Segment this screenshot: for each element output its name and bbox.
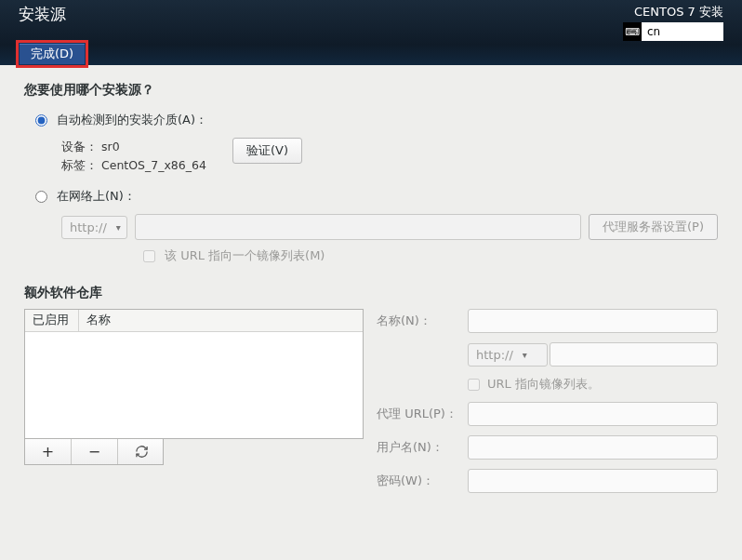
refresh-icon [135, 445, 149, 459]
repo-toolbar: + − [24, 439, 164, 465]
col-name[interactable]: 名称 [79, 310, 118, 331]
repo-list-wrap: 已启用 名称 + − [24, 309, 364, 465]
tag-value: CentOS_7_x86_64 [101, 158, 206, 172]
installer-title: CENTOS 7 安装 [634, 4, 723, 20]
content: 您要使用哪个安装源？ 自动检测到的安装介质(A)： 设备： sr0 标签： Ce… [0, 65, 742, 493]
repo-list[interactable]: 已启用 名称 [24, 309, 364, 439]
repo-name-input[interactable] [468, 309, 718, 333]
keyboard-layout-label: cn [647, 25, 660, 38]
verify-button[interactable]: 验证(V) [232, 138, 302, 164]
network-source-row: http:// ▾ 代理服务器设置(P) [61, 214, 718, 240]
top-bar: 安装源 CENTOS 7 安装 ⌨ cn [0, 0, 742, 45]
radio-auto-detect-label: 自动检测到的安装介质(A)： [57, 112, 207, 128]
repo-form: 名称(N)： http:// ▾ URL 指向镜像列表。 代理 URL(P)： … [377, 309, 718, 493]
repo-mirror-label: URL 指向镜像列表。 [487, 376, 600, 393]
repo-proxy-label: 代理 URL(P)： [377, 406, 468, 422]
mirror-checkbox[interactable] [143, 250, 155, 262]
radio-network-label: 在网络上(N)： [57, 188, 136, 205]
mirror-label: 该 URL 指向一个镜像列表(M) [165, 247, 325, 264]
repo-user-input[interactable] [468, 435, 718, 460]
url-input[interactable] [135, 214, 581, 240]
repo-proxy-input[interactable] [468, 402, 718, 426]
repo-protocol-select[interactable]: http:// ▾ [468, 343, 548, 367]
done-button[interactable]: 完成(D) [19, 43, 86, 65]
proxy-settings-button[interactable]: 代理服务器设置(P) [589, 214, 718, 240]
keyboard-indicator[interactable]: ⌨ cn [623, 22, 723, 41]
refresh-repo-button[interactable] [118, 439, 165, 464]
page-title: 安装源 [19, 4, 66, 25]
mirror-checkbox-row: 该 URL 指向一个镜像列表(M) [143, 247, 718, 264]
detected-media-text: 设备： sr0 标签： CentOS_7_x86_64 [61, 138, 206, 175]
repo-list-header: 已启用 名称 [25, 310, 363, 332]
chevron-down-icon: ▾ [523, 350, 527, 360]
done-row: 完成(D) [0, 45, 742, 65]
source-question: 您要使用哪个安装源？ [24, 82, 718, 99]
radio-auto-detect-input[interactable] [35, 114, 47, 127]
remove-repo-button[interactable]: − [72, 439, 118, 464]
repo-url-input[interactable] [550, 342, 718, 367]
repo-mirror-checkbox[interactable] [468, 379, 480, 391]
add-repo-button[interactable]: + [25, 439, 72, 464]
radio-auto-detect[interactable]: 自动检测到的安装介质(A)： [35, 112, 718, 128]
radio-network[interactable]: 在网络上(N)： [35, 188, 718, 205]
keyboard-icon: ⌨ [623, 22, 642, 41]
col-enabled[interactable]: 已启用 [25, 310, 79, 331]
additional-repos-title: 额外软件仓库 [24, 285, 718, 301]
protocol-value: http:// [70, 220, 107, 234]
repo-name-label: 名称(N)： [377, 313, 468, 329]
repo-user-label: 用户名(N)： [377, 439, 468, 456]
detected-media-block: 设备： sr0 标签： CentOS_7_x86_64 验证(V) [61, 138, 718, 175]
repo-protocol-value: http:// [476, 348, 513, 362]
tag-label: 标签： [61, 158, 98, 172]
radio-network-input[interactable] [35, 191, 47, 203]
repo-area: 已启用 名称 + − 名称(N)： ht [24, 309, 718, 493]
repo-pass-input[interactable] [468, 469, 718, 493]
chevron-down-icon: ▾ [116, 222, 121, 233]
device-label: 设备： [61, 140, 98, 153]
device-value: sr0 [101, 140, 120, 153]
repo-pass-label: 密码(W)： [377, 473, 468, 489]
protocol-select[interactable]: http:// ▾ [61, 216, 127, 239]
